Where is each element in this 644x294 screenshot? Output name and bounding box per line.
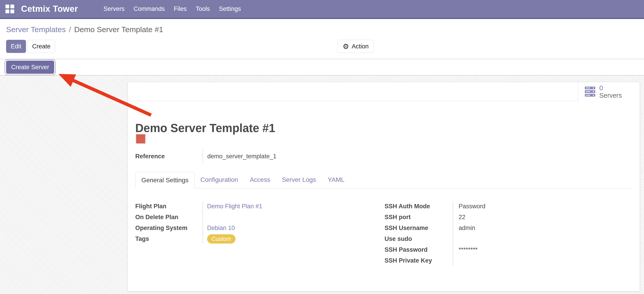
main-menu: ServersCommandsFilesToolsSettings	[104, 6, 241, 13]
field-value[interactable]: Debian 10	[202, 225, 235, 232]
edit-button[interactable]: Edit	[6, 40, 26, 53]
breadcrumb-current: Demo Server Template #1	[74, 25, 163, 34]
field-value: ********	[453, 246, 478, 253]
content-background: 0 Servers Demo Server Template #1 Refere…	[0, 75, 644, 294]
page: { "navbar": { "brand": "Cetmix Tower", "…	[0, 0, 644, 294]
field-label: SSH port	[384, 214, 453, 221]
field-value: 22	[453, 214, 466, 221]
breadcrumb-parent-link[interactable]: Server Templates	[6, 25, 66, 34]
field-value: admin	[453, 225, 475, 232]
field-value[interactable]: Demo Flight Plan #1	[202, 203, 262, 210]
servers-stat-label: Servers	[599, 92, 622, 99]
tab-server-logs[interactable]: Server Logs	[276, 172, 322, 188]
field-group-left: Flight PlanDemo Flight Plan #1On Delete …	[135, 201, 379, 244]
action-button-label: Action	[352, 43, 368, 50]
field-row-tags: TagsCustom	[135, 233, 379, 244]
menu-item-tools[interactable]: Tools	[196, 6, 210, 13]
field-row-flight-plan: Flight PlanDemo Flight Plan #1	[135, 201, 379, 212]
tab-configuration[interactable]: Configuration	[195, 172, 244, 188]
field-row-ssh-auth-mode: SSH Auth ModePassword	[384, 201, 633, 212]
notebook-tabs: General SettingsConfigurationAccessServe…	[135, 172, 632, 188]
field-label: Flight Plan	[135, 203, 202, 210]
servers-count: 0	[599, 84, 622, 92]
field-group-left-divider	[202, 201, 203, 244]
field-label: SSH Auth Mode	[384, 203, 453, 210]
form-statusbar: Create Server	[0, 59, 644, 75]
field-row-ssh-port: SSH port22	[384, 212, 633, 223]
field-label: SSH Private Key	[384, 257, 453, 264]
menu-item-files[interactable]: Files	[174, 6, 186, 13]
menu-item-commands[interactable]: Commands	[134, 6, 164, 13]
field-label: On Delete Plan	[135, 214, 202, 221]
field-label: SSH Username	[384, 225, 453, 232]
field-label: SSH Password	[384, 246, 453, 253]
menu-item-servers[interactable]: Servers	[104, 6, 124, 13]
breadcrumb: Server Templates / Demo Server Template …	[0, 20, 644, 39]
menu-item-settings[interactable]: Settings	[219, 6, 241, 13]
button-box-strip: 0 Servers	[128, 82, 640, 101]
color-swatch	[136, 134, 145, 143]
field-label: Operating System	[135, 225, 202, 232]
top-navbar: Cetmix Tower ServersCommandsFilesToolsSe…	[0, 0, 644, 19]
field-group-right: SSH Auth ModePasswordSSH port22SSH Usern…	[384, 201, 633, 266]
reference-divider	[202, 149, 203, 164]
tab-general-settings[interactable]: General Settings	[135, 172, 195, 188]
apps-grid-icon[interactable]	[6, 5, 14, 13]
field-value: Custom	[202, 234, 236, 244]
field-group-right-divider	[453, 201, 453, 265]
reference-value: demo_server_template_1	[202, 153, 276, 160]
control-panel-buttons: Edit Create ⚙ Action	[0, 40, 644, 55]
field-label: Use sudo	[384, 235, 453, 242]
action-button[interactable]: ⚙ Action	[338, 40, 374, 53]
app-brand[interactable]: Cetmix Tower	[21, 4, 78, 14]
create-server-button[interactable]: Create Server	[6, 61, 54, 74]
tag-badge: Custom	[207, 234, 236, 244]
field-label: Tags	[135, 235, 202, 242]
form-sheet: 0 Servers Demo Server Template #1 Refere…	[127, 82, 640, 291]
reference-label: Reference	[135, 153, 202, 160]
field-row-use-sudo: Use sudo	[384, 233, 633, 244]
create-button[interactable]: Create	[28, 40, 55, 53]
servers-stat-button[interactable]: 0 Servers	[578, 82, 640, 101]
tab-access[interactable]: Access	[244, 172, 276, 188]
server-rack-icon	[585, 87, 595, 97]
record-title: Demo Server Template #1	[135, 121, 275, 135]
field-row-operating-system: Operating SystemDebian 10	[135, 223, 379, 233]
tab-yaml[interactable]: YAML	[322, 172, 350, 188]
gear-icon: ⚙	[343, 43, 349, 50]
field-value: Password	[453, 203, 486, 210]
field-row-ssh-password: SSH Password********	[384, 244, 633, 255]
field-row-ssh-username: SSH Usernameadmin	[384, 223, 633, 233]
breadcrumb-separator: /	[69, 25, 71, 34]
field-row-on-delete-plan: On Delete Plan	[135, 212, 379, 223]
field-row-ssh-private-key: SSH Private Key	[384, 255, 633, 266]
reference-field-row: Reference demo_server_template_1	[135, 150, 276, 163]
